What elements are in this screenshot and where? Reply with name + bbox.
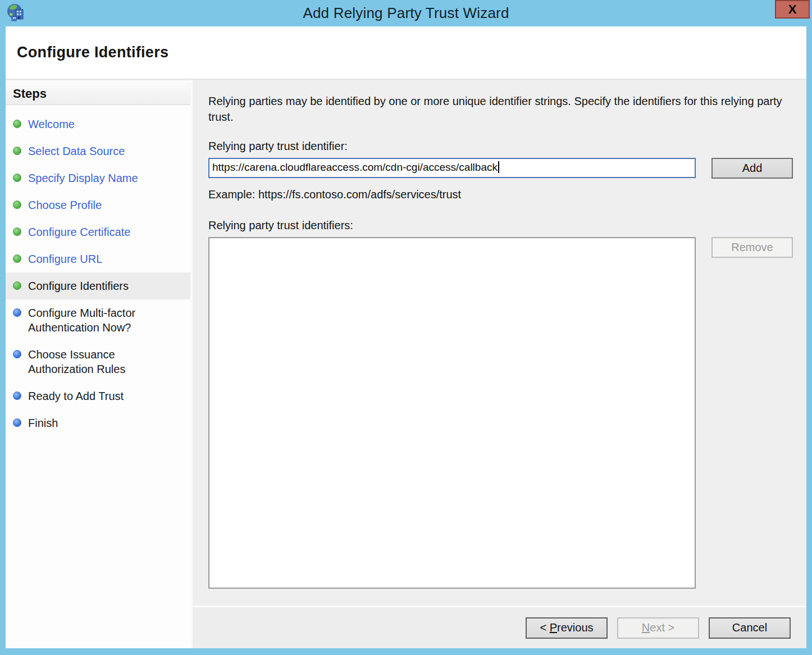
step-done-bullet-icon (13, 254, 21, 263)
text-caret (498, 161, 499, 173)
window-title: Add Relying Party Trust Wizard (303, 4, 509, 22)
remove-button[interactable]: Remove (711, 237, 793, 258)
step-pending-bullet-icon (13, 308, 21, 317)
next-button[interactable]: Next > (617, 617, 699, 639)
adfs-globe-icon (6, 3, 27, 23)
close-button[interactable]: X (775, 0, 810, 19)
steps-list: Welcome Select Data Source Specify Displ… (6, 105, 190, 436)
step-specify-display-name[interactable]: Specify Display Name (6, 165, 190, 192)
step-pending-bullet-icon (13, 350, 21, 358)
step-configure-mfa: Configure Multi-factor Authentication No… (6, 299, 190, 341)
content-area: Relying parties may be identified by one… (193, 80, 806, 606)
step-current-bullet-icon (13, 281, 21, 290)
identifiers-list-label: Relying party trust identifiers: (208, 219, 794, 232)
step-configure-url[interactable]: Configure URL (6, 245, 190, 272)
title-bar: Add Relying Party Trust Wizard X (0, 0, 812, 26)
example-text: Example: https://fs.contoso.com/adfs/ser… (208, 188, 794, 201)
wizard-window: Add Relying Party Trust Wizard X Configu… (0, 0, 812, 655)
page-header: Configure Identifiers (6, 26, 806, 80)
steps-heading: Steps (6, 80, 190, 105)
steps-sidebar: Steps Welcome Select Data Source Specify… (6, 80, 193, 648)
step-done-bullet-icon (13, 174, 21, 182)
identifiers-listbox[interactable] (208, 237, 696, 589)
step-configure-identifiers[interactable]: Configure Identifiers (6, 272, 190, 299)
add-button[interactable]: Add (711, 158, 793, 179)
identifier-input[interactable]: https://carena.cloudflareaccess.com/cdn-… (208, 158, 696, 178)
intro-text: Relying parties may be identified by one… (208, 93, 792, 125)
wizard-frame: Configure Identifiers Steps Welcome Sele… (6, 26, 806, 648)
previous-button[interactable]: < Previous (526, 617, 608, 639)
identifier-input-value: https://carena.cloudflareaccess.com/cdn-… (212, 161, 498, 173)
step-done-bullet-icon (13, 201, 21, 209)
identifier-field-label: Relying party trust identifier: (208, 140, 794, 153)
step-finish: Finish (6, 410, 190, 436)
wizard-button-bar: < Previous Next > Cancel (193, 606, 806, 648)
step-configure-certificate[interactable]: Configure Certificate (6, 219, 190, 245)
step-welcome[interactable]: Welcome (6, 111, 190, 138)
page-title: Configure Identifiers (17, 44, 168, 61)
main-pane: Relying parties may be identified by one… (193, 80, 806, 648)
step-choose-issuance-rules: Choose Issuance Authorization Rules (6, 341, 190, 383)
cancel-button[interactable]: Cancel (709, 617, 791, 639)
step-select-data-source[interactable]: Select Data Source (6, 138, 190, 165)
step-choose-profile[interactable]: Choose Profile (6, 192, 190, 219)
step-pending-bullet-icon (13, 419, 21, 427)
step-done-bullet-icon (13, 228, 21, 236)
step-pending-bullet-icon (13, 392, 21, 400)
step-done-bullet-icon (13, 120, 21, 128)
step-done-bullet-icon (13, 147, 21, 155)
step-ready-to-add-trust: Ready to Add Trust (6, 383, 190, 410)
